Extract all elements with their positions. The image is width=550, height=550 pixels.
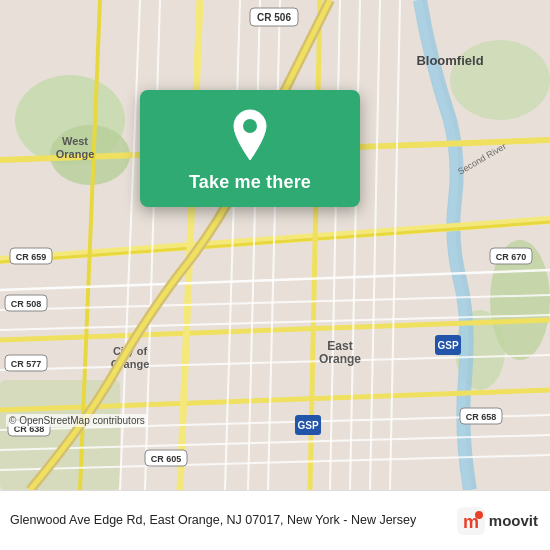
- svg-point-3: [450, 40, 550, 120]
- svg-text:CR 508: CR 508: [11, 299, 42, 309]
- svg-point-62: [475, 511, 483, 519]
- moovit-brand-text: moovit: [489, 512, 538, 529]
- svg-text:Orange: Orange: [319, 352, 361, 366]
- svg-text:Bloomfield: Bloomfield: [416, 53, 483, 68]
- svg-text:CR 506: CR 506: [257, 12, 291, 23]
- svg-text:GSP: GSP: [297, 420, 318, 431]
- location-pin-icon: [228, 108, 272, 162]
- moovit-m-icon: m: [457, 507, 485, 535]
- svg-text:Orange: Orange: [56, 148, 95, 160]
- svg-text:East: East: [327, 339, 352, 353]
- svg-text:GSP: GSP: [437, 340, 458, 351]
- svg-point-59: [243, 119, 257, 133]
- svg-text:CR 605: CR 605: [151, 454, 182, 464]
- svg-text:CR 658: CR 658: [466, 412, 497, 422]
- osm-credit: © OpenStreetMap contributors: [6, 414, 148, 427]
- bottom-bar: Glenwood Ave Edge Rd, East Orange, NJ 07…: [0, 490, 550, 550]
- svg-text:West: West: [62, 135, 88, 147]
- overlay-take-me-there-label: Take me there: [189, 172, 311, 193]
- moovit-logo: m moovit: [457, 507, 538, 535]
- svg-text:CR 659: CR 659: [16, 252, 47, 262]
- svg-text:CR 577: CR 577: [11, 359, 42, 369]
- map-area: CR 506 CR 659 CR 508 CR 577 CR 638 CR 60…: [0, 0, 550, 490]
- address-text: Glenwood Ave Edge Rd, East Orange, NJ 07…: [10, 512, 457, 529]
- svg-text:CR 670: CR 670: [496, 252, 527, 262]
- take-me-there-card[interactable]: Take me there: [140, 90, 360, 207]
